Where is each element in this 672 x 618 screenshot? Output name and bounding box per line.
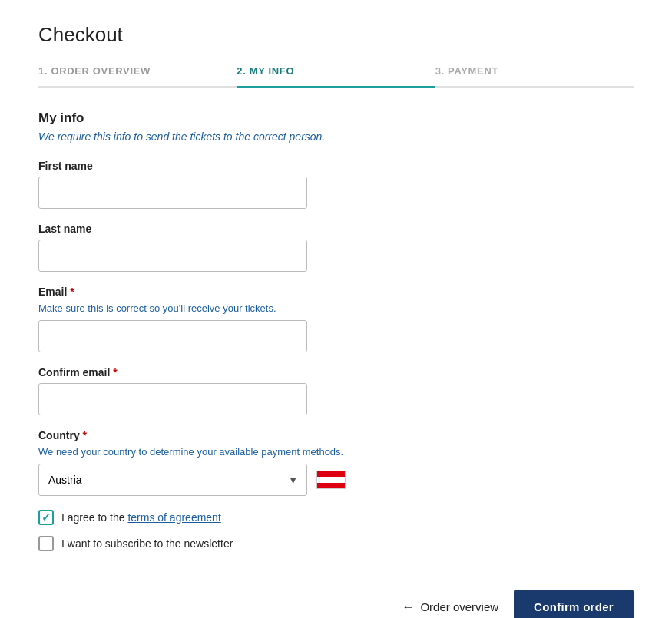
- last-name-group: Last name: [38, 223, 634, 272]
- terms-checkbox-group: I agree to the terms of agreement: [38, 510, 634, 525]
- country-select-wrapper: Austria Germany France Switzerland Nethe…: [38, 464, 307, 496]
- confirm-email-group: Confirm email *: [38, 366, 634, 415]
- terms-link[interactable]: terms of agreement: [127, 511, 220, 524]
- section-title: My info: [38, 111, 634, 126]
- first-name-label: First name: [38, 160, 634, 172]
- country-group: Country * We need your country to determ…: [38, 429, 634, 496]
- back-button[interactable]: ← Order overview: [402, 600, 498, 614]
- confirm-order-button[interactable]: Confirm order: [514, 590, 634, 618]
- flag-top-stripe: [317, 471, 345, 477]
- country-label: Country *: [38, 429, 634, 441]
- steps-progress: 1. ORDER OVERVIEW 2. MY INFO 3. PAYMENT: [38, 65, 634, 88]
- newsletter-checkbox-group: I want to subscribe to the newsletter: [38, 536, 634, 551]
- email-label: Email *: [38, 286, 634, 298]
- first-name-input[interactable]: [38, 177, 307, 209]
- first-name-group: First name: [38, 160, 634, 209]
- austria-flag: [316, 471, 346, 489]
- form-footer: ← Order overview Confirm order: [38, 574, 634, 618]
- email-group: Email * Make sure this is correct so you…: [38, 286, 634, 352]
- flag-middle-stripe: [317, 477, 345, 482]
- step-my-info[interactable]: 2. MY INFO: [237, 65, 435, 86]
- confirm-email-label: Confirm email *: [38, 366, 634, 378]
- last-name-label: Last name: [38, 223, 634, 235]
- terms-label: I agree to the terms of agreement: [61, 511, 221, 524]
- my-info-section: My info We require this info to send the…: [38, 111, 634, 551]
- terms-checkbox[interactable]: [38, 510, 54, 525]
- back-arrow-icon: ←: [402, 600, 414, 614]
- section-subtitle: We require this info to send the tickets…: [38, 131, 634, 143]
- newsletter-checkbox[interactable]: [38, 536, 54, 551]
- confirm-email-input[interactable]: [38, 383, 307, 415]
- country-select[interactable]: Austria Germany France Switzerland Nethe…: [38, 464, 307, 496]
- last-name-input[interactable]: [38, 240, 307, 272]
- page-title: Checkout: [38, 23, 634, 47]
- step-payment[interactable]: 3. PAYMENT: [435, 65, 634, 86]
- flag-bottom-stripe: [317, 483, 345, 488]
- back-label: Order overview: [420, 600, 498, 613]
- step-order-overview[interactable]: 1. ORDER OVERVIEW: [38, 65, 237, 86]
- email-hint: Make sure this is correct so you'll rece…: [38, 302, 634, 314]
- email-input[interactable]: [38, 320, 307, 352]
- country-row: Austria Germany France Switzerland Nethe…: [38, 464, 634, 496]
- country-hint: We need your country to determine your a…: [38, 446, 634, 458]
- newsletter-label: I want to subscribe to the newsletter: [61, 537, 233, 550]
